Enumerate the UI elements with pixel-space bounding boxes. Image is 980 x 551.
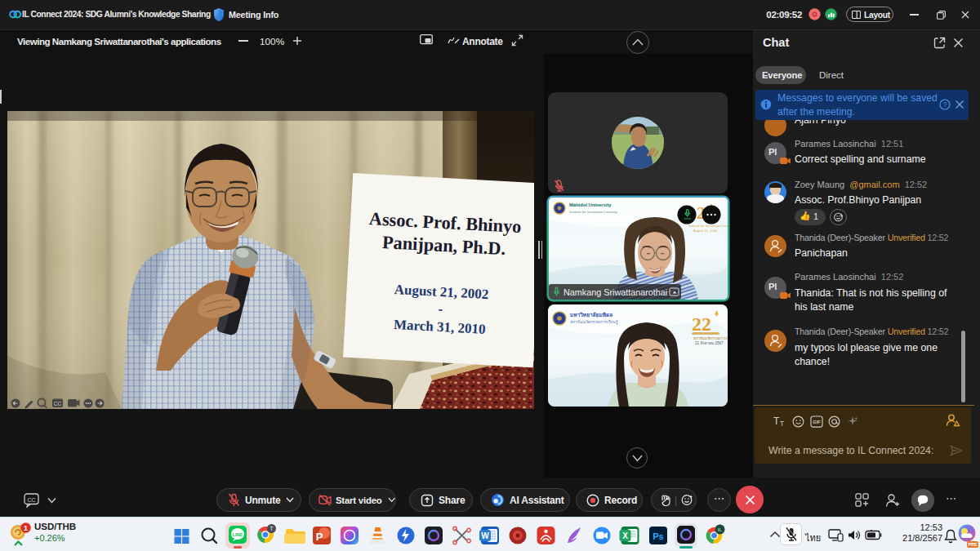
svg-text:Ps: Ps [653,531,663,541]
svg-text:GIF: GIF [813,420,821,424]
svg-text:T: T [780,420,784,427]
svg-text:X: X [622,531,628,540]
svg-text:unmute: unmute [684,217,691,220]
svg-text:มหาวิทยาลัยมหิดล: มหาวิทยาลัยมหิดล [570,312,612,318]
svg-text:LINE: LINE [233,532,243,537]
svg-text:Namkang Sriwattanarothai: Namkang Sriwattanarothai [564,287,667,297]
svg-text:IL: IL [718,527,723,532]
svg-text:PRE: PRE [968,542,978,547]
svg-text:T: T [773,415,780,427]
svg-text:Mahidol University: Mahidol University [569,202,612,207]
svg-text:?: ? [943,100,947,109]
svg-text:22: 22 [692,313,711,335]
svg-text:21 สิงหาคม 2567: 21 สิงหาคม 2567 [695,341,724,345]
svg-text:Institute for Innovation Learn: Institute for Innovation Learning [688,224,730,228]
svg-text:W: W [481,531,489,540]
svg-text:CC: CC [27,497,35,503]
svg-text:CC: CC [54,401,62,407]
svg-text:P: P [316,531,323,543]
svg-text:T: T [270,526,274,531]
svg-text:Institute for Innovation Learn: Institute for Innovation Learning [569,210,617,214]
svg-text:สถาบันนวัตกรรมการเรียนรู้: สถาบันนวัตกรรมการเรียนรู้ [570,319,618,325]
svg-text:August 21, 2024: August 21, 2024 [693,229,718,233]
svg-text:1: 1 [24,524,28,532]
